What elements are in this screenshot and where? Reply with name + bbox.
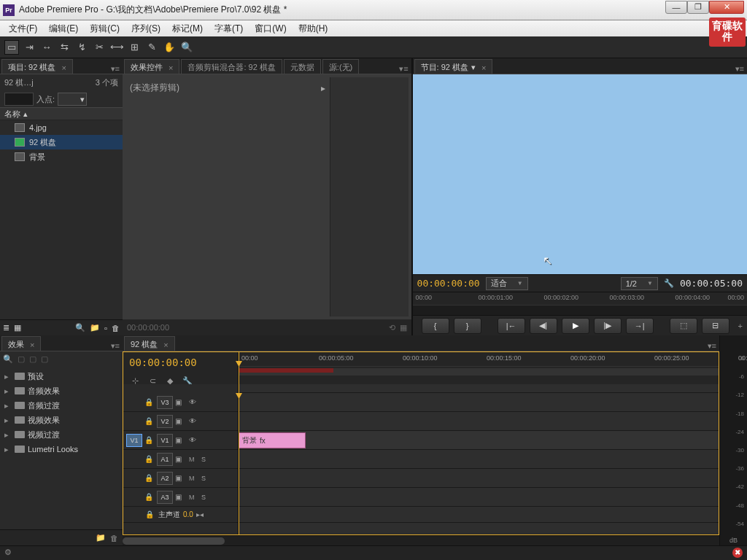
selection-tool-icon[interactable]: ▭: [4, 40, 19, 55]
lock-icon[interactable]: 🔒: [145, 510, 155, 518]
project-search-input[interactable]: [4, 93, 34, 106]
tab-program[interactable]: 节目: 92 棋盘 ▾: [414, 59, 493, 74]
panel-menu-icon[interactable]: ▾≡: [396, 64, 411, 74]
track-header-master[interactable]: 🔒 主声道 0.0 ▸◂: [123, 507, 238, 523]
button-editor-icon[interactable]: +: [738, 322, 743, 330]
eye-icon[interactable]: ▣: [175, 455, 187, 463]
tab-sequence[interactable]: 92 棋盘: [124, 336, 175, 351]
pen-tool-icon[interactable]: ✎: [144, 40, 159, 55]
menu-edit[interactable]: 编辑(E): [43, 23, 84, 35]
mark-in-button[interactable]: {: [422, 318, 449, 334]
track-header-v3[interactable]: 🔒 V3 ▣👁: [123, 393, 238, 412]
eye-icon[interactable]: 👁: [189, 398, 201, 406]
track-header-a2[interactable]: 🔒 A2 ▣MS: [123, 469, 238, 488]
new-item-icon[interactable]: ▫: [104, 324, 107, 332]
lift-button[interactable]: ⬚: [670, 318, 697, 334]
menu-marker[interactable]: 标记(M): [166, 23, 209, 35]
panel-menu-icon[interactable]: ▾≡: [705, 341, 719, 351]
ec-btn-icon[interactable]: ⟲: [389, 323, 395, 332]
new-bin-icon[interactable]: 📁: [90, 323, 100, 332]
go-to-out-button[interactable]: →|: [626, 318, 654, 334]
slide-tool-icon[interactable]: ⊞: [127, 40, 142, 55]
panel-menu-icon[interactable]: ▾≡: [108, 341, 123, 351]
menu-title[interactable]: 字幕(T): [209, 23, 249, 35]
status-icon[interactable]: ⚙: [4, 548, 12, 557]
lock-icon[interactable]: 🔒: [144, 474, 155, 482]
lock-icon[interactable]: 🔒: [144, 417, 155, 425]
eye-icon[interactable]: ▣: [175, 493, 187, 501]
fx-badge-icon[interactable]: ▢: [41, 354, 48, 364]
inpoint-dropdown[interactable]: ▾: [58, 93, 87, 106]
timeline-clip[interactable]: 背景fx: [239, 432, 306, 448]
menu-sequence[interactable]: 序列(S): [125, 23, 166, 35]
chevron-right-icon[interactable]: ▸: [321, 83, 325, 93]
track-header-v2[interactable]: 🔒 V2 ▣👁: [123, 412, 238, 431]
track-header-v1[interactable]: V1 🔒 V1 ▣👁: [123, 431, 238, 450]
panel-menu-icon[interactable]: ▾≡: [732, 64, 747, 74]
rolling-tool-icon[interactable]: ⇆: [57, 40, 71, 55]
tab-effect-controls[interactable]: 效果控件: [124, 59, 179, 74]
step-fwd-button[interactable]: |▶: [594, 318, 622, 334]
maximize-button[interactable]: ❐: [687, 1, 709, 14]
tab-source[interactable]: 源:(无): [322, 59, 359, 74]
project-item[interactable]: 4.jpg: [0, 120, 123, 135]
lock-icon[interactable]: 🔒: [144, 436, 155, 444]
delete-icon[interactable]: 🗑: [112, 324, 120, 332]
eye-icon[interactable]: 👁: [189, 436, 201, 444]
program-timecode-right[interactable]: 00:00:05:00: [680, 278, 743, 289]
hand-tool-icon[interactable]: ✋: [162, 40, 177, 55]
icon-view-icon[interactable]: ▦: [14, 323, 21, 332]
timeline-ruler[interactable]: 00:00 00:00:05:00 00:00:10:00 00:00:15:0…: [239, 352, 719, 384]
menu-window[interactable]: 窗口(W): [249, 23, 292, 35]
timeline-tracks-area[interactable]: 背景fx: [239, 384, 719, 534]
minimize-button[interactable]: —: [665, 1, 687, 14]
razor-tool-icon[interactable]: ✂: [92, 40, 107, 55]
error-icon[interactable]: ✖: [732, 548, 743, 558]
ec-timecode[interactable]: 00:00:00:00: [127, 323, 169, 332]
slip-tool-icon[interactable]: ⟷: [109, 40, 124, 55]
program-ruler[interactable]: 00:00 00:00:01:00 00:00:02:00 00:00:03:0…: [413, 292, 747, 305]
fx-badge-icon[interactable]: ▢: [29, 354, 36, 364]
ec-btn-icon[interactable]: ▦: [400, 323, 407, 332]
program-monitor-view[interactable]: [413, 74, 747, 274]
program-scrubber[interactable]: [413, 305, 747, 315]
tab-audio-mixer[interactable]: 音频剪辑混合器: 92 棋盘: [181, 59, 282, 74]
project-column-header[interactable]: 名称▴: [0, 107, 123, 120]
lock-icon[interactable]: 🔒: [144, 455, 155, 463]
eye-icon[interactable]: ▣: [175, 436, 187, 444]
resolution-dropdown[interactable]: 1/2: [621, 277, 658, 290]
zoom-fit-dropdown[interactable]: 适合: [486, 277, 528, 290]
menu-clip[interactable]: 剪辑(C): [84, 23, 125, 35]
go-to-in-button[interactable]: |←: [498, 318, 525, 334]
effects-folder[interactable]: ▸音频效果: [0, 384, 123, 398]
project-item[interactable]: 背景: [0, 149, 123, 164]
fx-badge-icon[interactable]: ▢: [18, 354, 25, 364]
lock-icon[interactable]: 🔒: [144, 398, 155, 406]
play-button[interactable]: ▶: [562, 318, 589, 334]
track-header-a1[interactable]: 🔒 A1 ▣MS: [123, 450, 238, 469]
mark-out-button[interactable]: }: [454, 318, 481, 334]
settings-icon[interactable]: 🔧: [664, 279, 674, 288]
tab-effects[interactable]: 效果: [1, 336, 41, 351]
ripple-tool-icon[interactable]: ↔: [39, 40, 54, 55]
playhead[interactable]: [239, 384, 239, 534]
effects-folder[interactable]: ▸视频过渡: [0, 427, 123, 442]
source-target-v1[interactable]: V1: [126, 434, 142, 447]
panel-menu-icon[interactable]: ▾≡: [108, 64, 123, 74]
eye-icon[interactable]: ▣: [175, 398, 187, 406]
eye-icon[interactable]: 👁: [189, 417, 201, 425]
close-button[interactable]: ✕: [709, 1, 744, 14]
eye-icon[interactable]: ▣: [175, 474, 187, 482]
lock-icon[interactable]: 🔒: [144, 493, 155, 501]
new-bin-icon[interactable]: 📁: [96, 533, 106, 542]
effects-folder[interactable]: ▸Lumetri Looks: [0, 442, 123, 456]
step-back-button[interactable]: ◀|: [530, 318, 557, 334]
eye-icon[interactable]: ▣: [175, 417, 187, 425]
work-area-bar[interactable]: [239, 368, 333, 373]
zoom-tool-icon[interactable]: 🔍: [179, 40, 194, 55]
delete-icon[interactable]: 🗑: [110, 534, 118, 542]
program-timecode-left[interactable]: 00:00:00:00: [417, 278, 480, 289]
rate-tool-icon[interactable]: ↯: [74, 40, 89, 55]
extract-button[interactable]: ⊟: [702, 318, 729, 334]
track-select-tool-icon[interactable]: ⇥: [22, 40, 36, 55]
